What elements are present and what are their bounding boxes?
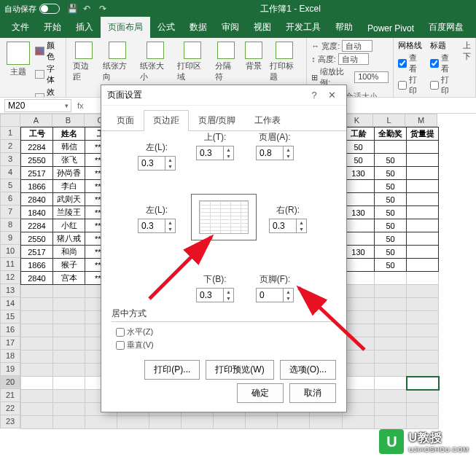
options-button[interactable]: 选项(O)... <box>280 360 336 380</box>
margin-left-spinner[interactable]: ▲▼ <box>138 156 176 171</box>
cell[interactable]: 1866 <box>21 259 53 272</box>
row-header[interactable]: 8 <box>0 219 20 232</box>
cell[interactable]: 宫本 <box>53 272 85 285</box>
cell[interactable] <box>375 364 407 377</box>
ribbon-tab-8[interactable]: 开发工具 <box>278 17 328 38</box>
cell[interactable] <box>375 141 407 154</box>
row-header[interactable]: 17 <box>0 337 20 350</box>
cell[interactable] <box>375 350 407 364</box>
cell[interactable]: 猴子 <box>53 259 85 272</box>
gridlines-view-checkbox[interactable]: 查看 <box>398 52 424 74</box>
row-header[interactable]: 4 <box>0 166 20 179</box>
cell[interactable] <box>343 337 375 350</box>
theme-fonts[interactable]: 字体 <box>35 63 61 85</box>
cell[interactable] <box>53 285 85 298</box>
cell[interactable] <box>407 259 439 272</box>
ribbon-tab-0[interactable]: 文件 <box>4 17 36 38</box>
select-all-corner[interactable] <box>0 114 20 127</box>
row-header[interactable]: 16 <box>0 324 20 337</box>
ribbon-tab-10[interactable]: Power Pivot <box>360 19 421 38</box>
cell[interactable] <box>407 298 439 311</box>
cell[interactable]: 50 <box>375 232 407 246</box>
cell[interactable]: 工号 <box>21 128 53 141</box>
cell[interactable] <box>407 311 439 324</box>
cell[interactable]: 130 <box>343 246 375 259</box>
cell[interactable] <box>407 377 439 390</box>
print-preview-button[interactable]: 打印预览(W) <box>206 360 273 380</box>
cell[interactable]: 张飞 <box>53 154 85 167</box>
cell[interactable] <box>53 311 85 324</box>
dialog-tab-2[interactable]: 页眉/页脚 <box>189 110 245 131</box>
cell[interactable]: 武则天 <box>53 193 85 206</box>
center-horizontal-checkbox[interactable]: 水平(Z) <box>116 326 336 337</box>
cell[interactable] <box>21 416 53 429</box>
row-header[interactable]: 13 <box>0 284 20 297</box>
ribbon-tab-6[interactable]: 审阅 <box>214 17 246 38</box>
width-select[interactable]: 自动 <box>342 40 372 52</box>
cell[interactable] <box>407 180 439 193</box>
cell[interactable]: 50 <box>343 154 375 167</box>
ribbon-tab-3[interactable]: 页面布局 <box>101 17 150 38</box>
size-button[interactable]: 纸张大小 <box>138 40 172 84</box>
cell[interactable] <box>53 337 85 350</box>
dialog-close-button[interactable]: ✕ <box>323 90 340 101</box>
center-vertical-checkbox[interactable]: 垂直(V) <box>116 340 336 350</box>
headings-view-checkbox[interactable]: 查看 <box>430 52 456 74</box>
ribbon-tab-1[interactable]: 开始 <box>36 17 69 38</box>
cell[interactable] <box>214 416 246 429</box>
cell[interactable] <box>21 377 53 390</box>
cell[interactable] <box>343 298 375 311</box>
theme-button[interactable]: 主题 <box>4 40 32 79</box>
dialog-help-button[interactable]: ? <box>305 90 323 101</box>
margin-right-spinner[interactable]: ▲▼ <box>269 219 307 233</box>
cell[interactable] <box>407 390 439 403</box>
cell[interactable] <box>53 350 85 364</box>
col-header[interactable]: B <box>52 114 85 127</box>
cell[interactable] <box>21 298 53 311</box>
cell[interactable] <box>407 272 439 285</box>
cell[interactable] <box>407 324 439 337</box>
cell[interactable] <box>407 285 439 298</box>
cell[interactable]: 工龄 <box>343 128 375 141</box>
cell[interactable]: 50 <box>375 180 407 193</box>
height-select[interactable]: 自动 <box>338 53 369 65</box>
cell[interactable] <box>407 246 439 259</box>
ribbon-tab-4[interactable]: 公式 <box>150 17 182 38</box>
cell[interactable]: 130 <box>343 167 375 180</box>
margins-button[interactable]: 页边距 <box>71 40 98 84</box>
row-header[interactable]: 23 <box>0 415 20 428</box>
cell[interactable] <box>246 416 278 429</box>
cell[interactable] <box>407 154 439 167</box>
cell[interactable] <box>343 180 375 193</box>
cell[interactable]: 2840 <box>21 193 53 206</box>
col-header[interactable]: L <box>373 114 405 127</box>
cell[interactable] <box>343 259 375 272</box>
row-header[interactable]: 21 <box>0 389 20 402</box>
row-header[interactable]: 15 <box>0 310 20 324</box>
cell[interactable] <box>375 377 407 390</box>
margin-header-spinner[interactable]: ▲▼ <box>256 146 294 160</box>
cell[interactable]: 1840 <box>21 206 53 219</box>
cell[interactable] <box>375 403 407 416</box>
cell[interactable] <box>53 390 85 403</box>
cell[interactable] <box>182 416 214 429</box>
theme-colors[interactable]: 颜色 <box>35 40 61 62</box>
cell[interactable] <box>53 298 85 311</box>
ribbon-tab-7[interactable]: 视图 <box>246 17 278 38</box>
cell[interactable]: 2517 <box>21 246 53 259</box>
cell[interactable] <box>375 337 407 350</box>
cell[interactable]: 2550 <box>21 232 53 246</box>
cell[interactable] <box>343 272 375 285</box>
orientation-button[interactable]: 纸张方向 <box>101 40 135 84</box>
dialog-tab-0[interactable]: 页面 <box>107 110 144 131</box>
cell[interactable] <box>53 364 85 377</box>
cell[interactable] <box>407 403 439 416</box>
cell[interactable] <box>407 364 439 377</box>
cell[interactable]: 50 <box>375 167 407 180</box>
cell[interactable] <box>21 324 53 337</box>
cell[interactable] <box>53 377 85 390</box>
cell[interactable] <box>53 403 85 416</box>
cell[interactable] <box>407 350 439 364</box>
name-box[interactable]: M20 <box>4 99 71 112</box>
row-header[interactable]: 14 <box>0 297 20 310</box>
